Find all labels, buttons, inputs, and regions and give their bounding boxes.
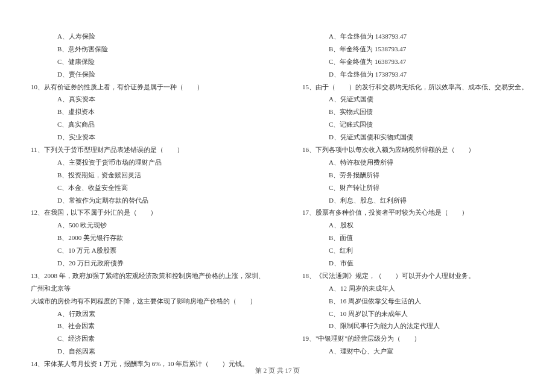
opt-a: A、500 欧元现钞 [18, 219, 265, 232]
question-18: 18、《民法通则》规定，（ ）可以开办个人理财业务。 [290, 270, 537, 282]
opt-a: A、特许权使用费所得 [290, 156, 537, 169]
opt-c: C、记账式国债 [290, 118, 537, 131]
opt-a: A、12 周岁的未成年人 [290, 282, 537, 295]
question-15: 15、由于（ ）的发行和交易均无纸化，所以效率高、成本低、交易安全。 [290, 81, 537, 93]
opt-c: C、本金、收益安全性高 [18, 182, 265, 194]
opt-d: D、实业资本 [18, 131, 265, 144]
opt-a: A、股权 [290, 219, 537, 232]
opt-b: B、社会因素 [18, 320, 265, 332]
opt-a: A、凭证式国债 [290, 93, 537, 106]
opt-c: C、10 万元 A股股票 [18, 244, 265, 257]
question-16: 16、下列各项中以每次收入额为应纳税所得额的是（ ） [290, 144, 537, 156]
opt-b: B、2000 美元银行存款 [18, 232, 265, 244]
question-10: 10、从有价证券的性质上看，有价证券是属于一种（ ） [18, 81, 265, 93]
opt-a: A、真实资本 [18, 93, 265, 106]
page-footer: 第 2 页 共 17 页 [0, 364, 555, 377]
question-13-line2: 大城市的房价均有不同程度的下降，这主要体现了影响房地产价格的（ ） [18, 295, 265, 308]
opt-d: D、市值 [290, 257, 537, 270]
opt-d: D、常被作为定期存款的替代品 [18, 194, 265, 207]
opt-a: A、人寿保险 [18, 30, 265, 43]
opt-c: C、10 周岁以下的未成年人 [290, 308, 537, 320]
question-19: 19、"中银理财"的经营层级分为（ ） [290, 332, 537, 345]
opt-c: C、年金终值为 1638793.47 [290, 55, 537, 68]
opt-d: D、利息、股息、红利所得 [290, 194, 537, 207]
opt-b: B、劳务报酬所得 [290, 169, 537, 182]
opt-a: A、理财中心、大户室 [290, 345, 537, 358]
opt-c: C、健康保险 [18, 55, 265, 68]
opt-a: A、年金终值为 1438793.47 [290, 30, 537, 43]
opt-b: B、意外伤害保险 [18, 43, 265, 55]
opt-b: B、投资期短，资金赎回灵活 [18, 169, 265, 182]
opt-c: C、财产转让所得 [290, 182, 537, 194]
opt-a: A、主要投资于货币市场的理财产品 [18, 156, 265, 169]
opt-d: D、凭证式国债和实物式国债 [290, 131, 537, 144]
opt-c: C、真实商品 [18, 118, 265, 131]
question-13-line1: 13、2008 年，政府加强了紧缩的宏观经济政策和控制房地产价格的上涨，深圳、广… [18, 270, 265, 295]
opt-d: D、年金终值为 1738793.47 [290, 68, 537, 81]
question-12: 12、在我国，以下不属于外汇的是（ ） [18, 206, 265, 219]
opt-d: D、限制民事行为能力人的法定代理人 [290, 320, 537, 332]
opt-b: B、虚拟资本 [18, 106, 265, 118]
opt-b: B、16 周岁但依靠父母生活的人 [290, 295, 537, 308]
opt-d: D、责任保险 [18, 68, 265, 81]
opt-c: C、经济因素 [18, 332, 265, 345]
opt-d: D、自然因素 [18, 345, 265, 358]
question-11: 11、下列关于货币型理财产品表述错误的是（ ） [18, 144, 265, 156]
opt-b: B、实物式国债 [290, 106, 537, 118]
opt-b: B、年金终值为 1538793.47 [290, 43, 537, 55]
opt-d: D、20 万日元政府债券 [18, 257, 265, 270]
opt-a: A、行政因素 [18, 308, 265, 320]
question-17: 17、股票有多种价值，投资者平时较为关心地是（ ） [290, 206, 537, 219]
opt-c: C、红利 [290, 244, 537, 257]
opt-b: B、面值 [290, 232, 537, 244]
